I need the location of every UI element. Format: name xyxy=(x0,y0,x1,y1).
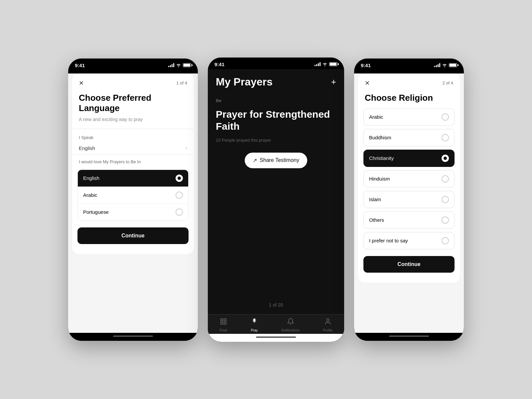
prayer-name: Prayer for Strengthened Faith xyxy=(216,108,336,132)
tab-pray[interactable]: Pray xyxy=(251,318,258,332)
radio-circle-buddhism xyxy=(442,134,449,141)
radio-circle-english xyxy=(176,175,183,182)
radio-circle-arabic-r xyxy=(442,113,449,121)
radio-circle-islam xyxy=(442,196,449,203)
religion-item-christianity[interactable]: Christianity xyxy=(363,150,455,167)
radio-circle-hinduism xyxy=(442,175,449,183)
time-left: 9:41 xyxy=(75,63,85,68)
religion-modal: ✕ 2 of 4 Choose Religion Arabic Buddhism… xyxy=(358,73,460,283)
religion-label-arabic: Arabic xyxy=(369,114,383,120)
share-testimony-label: Share Testimony xyxy=(260,157,299,163)
radio-circle-others xyxy=(442,216,449,224)
radio-circle-prefer-not xyxy=(442,237,449,244)
modal-subtitle-left: A new and exciting way to pray xyxy=(72,115,194,127)
religion-item-arabic[interactable]: Arabic xyxy=(363,108,455,126)
continue-button-left[interactable]: Continue xyxy=(77,227,189,244)
continue-button-right[interactable]: Continue xyxy=(363,256,455,273)
radio-circle-portuguese xyxy=(176,208,183,216)
home-indicator-left xyxy=(68,333,198,341)
prayer-people-count: 10 People prayed this prayer xyxy=(216,138,336,143)
wifi-icon-center xyxy=(322,62,328,66)
battery-icon-center xyxy=(329,62,337,66)
svg-rect-1 xyxy=(224,319,226,321)
language-label-english: English xyxy=(83,175,99,181)
religion-item-hinduism[interactable]: Hinduism xyxy=(363,170,455,188)
language-label-arabic: Arabic xyxy=(83,192,97,198)
time-center: 9:41 xyxy=(214,62,224,67)
phone-center: 9:41 My Prayers + 8w Prayer for Str xyxy=(208,58,344,342)
svg-rect-2 xyxy=(220,322,222,324)
language-item-english[interactable]: English xyxy=(78,170,188,187)
status-icons-center xyxy=(315,62,337,66)
battery-icon-right xyxy=(449,63,457,67)
svg-point-4 xyxy=(327,319,329,321)
pagination: 1 of 20 xyxy=(208,299,344,314)
profile-icon xyxy=(324,318,332,327)
signal-icon-center xyxy=(315,62,321,66)
signal-icon-left xyxy=(168,63,174,67)
prayers-header: My Prayers + xyxy=(208,69,344,91)
religion-label-islam: Islam xyxy=(369,197,381,202)
tab-profile-label: Profile xyxy=(323,329,332,332)
step-indicator-left: 1 of 4 xyxy=(176,80,187,85)
tab-profile[interactable]: Profile xyxy=(323,318,332,332)
status-icons-left xyxy=(168,63,191,67)
language-modal: ✕ 1 of 4 Choose Preferred Language A new… xyxy=(72,73,194,254)
svg-rect-3 xyxy=(224,322,226,324)
close-button-right[interactable]: ✕ xyxy=(365,79,370,87)
language-selector-value: English xyxy=(79,145,95,151)
status-bar-center: 9:41 xyxy=(208,58,344,69)
religion-item-islam[interactable]: Islam xyxy=(363,191,455,208)
pray-icon xyxy=(251,318,258,327)
tab-pray-label: Pray xyxy=(251,329,258,332)
status-bar-right: 9:41 xyxy=(354,59,464,70)
home-bar-left xyxy=(113,335,153,337)
screen-content-right: ✕ 2 of 4 Choose Religion Arabic Buddhism… xyxy=(354,73,464,333)
status-bar-left: 9:41 xyxy=(68,59,198,70)
language-selector[interactable]: English › xyxy=(72,142,194,155)
religion-label-others: Others xyxy=(369,217,384,223)
radio-circle-arabic xyxy=(176,192,183,199)
religion-label-hinduism: Hinduism xyxy=(369,176,390,182)
phone-right: 9:41 ✕ 2 of 4 Choose Religion xyxy=(354,59,464,341)
time-right: 9:41 xyxy=(361,63,371,68)
close-button-left[interactable]: ✕ xyxy=(79,79,84,87)
home-indicator-center xyxy=(208,334,344,342)
language-item-portuguese[interactable]: Portuguese xyxy=(78,204,188,220)
religion-item-buddhism[interactable]: Buddhism xyxy=(363,129,455,146)
divider-left xyxy=(72,129,194,129)
modal-header-left: ✕ 1 of 4 xyxy=(72,73,194,90)
religion-list: Arabic Buddhism Christianity Hinduism xyxy=(363,108,455,249)
tab-notifications-label: Notifications xyxy=(281,329,299,332)
modal-title-left: Choose Preferred Language xyxy=(72,90,194,115)
tab-feed[interactable]: Feed xyxy=(219,318,227,332)
phone-left: 9:41 ✕ 1 of 4 Choose Preferred xyxy=(68,59,198,341)
screens-container: 9:41 ✕ 1 of 4 Choose Preferred xyxy=(68,58,464,342)
home-bar-center xyxy=(256,336,296,338)
language-item-arabic[interactable]: Arabic xyxy=(78,187,188,204)
religion-item-prefer-not[interactable]: I prefer not to say xyxy=(363,232,455,249)
language-radio-list: English Arabic Portuguese xyxy=(77,170,189,221)
chevron-icon: › xyxy=(186,145,187,151)
modal-header-right: ✕ 2 of 4 xyxy=(358,73,460,90)
step-indicator-right: 2 of 4 xyxy=(442,80,453,85)
language-label-portuguese: Portuguese xyxy=(83,209,109,215)
signal-icon-right xyxy=(434,63,440,67)
prayers-screen: My Prayers + 8w Prayer for Strengthened … xyxy=(208,69,344,342)
wifi-icon-right xyxy=(442,63,447,67)
i-speak-label: I Speak xyxy=(72,130,194,142)
religion-item-others[interactable]: Others xyxy=(363,211,455,229)
tab-bar: Feed Pray xyxy=(208,314,344,334)
share-testimony-button[interactable]: ↗ Share Testimony xyxy=(245,153,307,168)
prayers-in-label: I would love My Prayers to Be In xyxy=(72,155,194,166)
add-prayer-button[interactable]: + xyxy=(331,77,336,87)
modal-title-right: Choose Religion xyxy=(358,90,460,105)
notifications-icon xyxy=(287,318,294,327)
prayer-content: 8w Prayer for Strengthened Faith 10 Peop… xyxy=(208,91,344,299)
svg-rect-0 xyxy=(220,319,222,321)
feed-icon xyxy=(220,318,227,327)
religion-label-christianity: Christianity xyxy=(369,155,394,161)
home-bar-right xyxy=(389,335,429,337)
tab-notifications[interactable]: Notifications xyxy=(281,318,299,332)
screen-content-left: ✕ 1 of 4 Choose Preferred Language A new… xyxy=(68,73,198,333)
